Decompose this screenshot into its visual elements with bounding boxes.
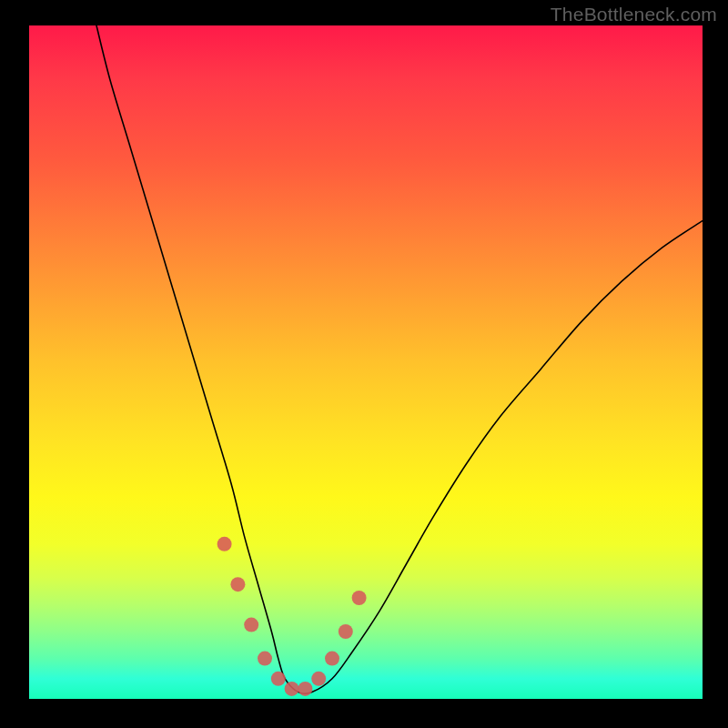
curve-dot xyxy=(352,591,367,605)
curve-dot xyxy=(311,672,326,686)
curve-dot xyxy=(298,682,312,696)
chart-frame: TheBottleneck.com xyxy=(0,0,728,728)
curve-dot xyxy=(258,652,272,666)
curve-dots xyxy=(217,537,367,696)
curve-dot xyxy=(217,537,232,551)
curve-svg xyxy=(29,25,703,699)
curve-dot xyxy=(325,652,339,666)
plot-area xyxy=(29,25,703,699)
curve-dot xyxy=(339,624,353,639)
curve-dot xyxy=(244,618,258,632)
curve-dot xyxy=(271,672,286,686)
curve-dot xyxy=(285,682,299,696)
watermark-text: TheBottleneck.com xyxy=(551,4,717,25)
curve-dot xyxy=(230,577,245,592)
bottleneck-curve xyxy=(96,25,703,693)
